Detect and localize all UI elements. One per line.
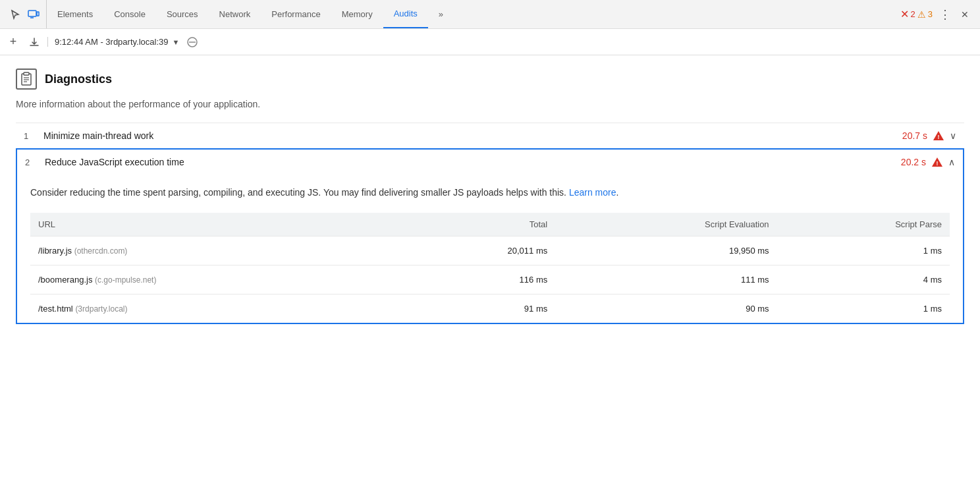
audit-label-2: Reduce JavaScript execution time xyxy=(45,157,901,167)
tab-elements[interactable]: Elements xyxy=(47,0,103,28)
tab-network[interactable]: Network xyxy=(209,0,261,28)
tab-memory[interactable]: Memory xyxy=(331,0,383,28)
audit-expanded-content-2: Consider reducing the time spent parsing… xyxy=(16,175,964,324)
block-button[interactable] xyxy=(184,34,200,50)
section-title: Diagnostics xyxy=(45,72,112,86)
chevron-up-icon-2: ∧ xyxy=(948,157,955,167)
col-script-parse: Script Parse xyxy=(777,213,950,237)
session-selector[interactable]: 9:12:44 AM - 3rdparty.local:39 ▼ xyxy=(47,37,179,47)
audit-label-1: Minimize main-thread work xyxy=(43,130,902,141)
error-count: 2 xyxy=(911,9,915,19)
total-cell-1: 116 ms xyxy=(401,265,555,294)
tab-audits[interactable]: Audits xyxy=(383,0,428,28)
warning-icon: ⚠ xyxy=(917,9,926,20)
table-row: /test.html (3rdparty.local) 91 ms 90 ms … xyxy=(30,294,950,323)
toolbar-right: ✕ 2 ⚠ 3 ⋮ ✕ xyxy=(895,7,977,22)
session-chevron-icon[interactable]: ▼ xyxy=(172,38,179,46)
col-total: Total xyxy=(401,213,555,237)
session-toolbar: + 9:12:44 AM - 3rdparty.local:39 ▼ xyxy=(0,29,980,55)
devtools-toolbar: Elements Console Sources Network Perform… xyxy=(0,0,980,29)
audit-score-1: 20.7 s xyxy=(902,130,927,141)
url-cell-2: /test.html (3rdparty.local) xyxy=(30,294,401,323)
url-cell-0: /library.js (othercdn.com) xyxy=(30,237,401,265)
total-cell-2: 91 ms xyxy=(401,294,555,323)
script-parse-cell-1: 4 ms xyxy=(777,265,950,294)
error-badge[interactable]: ✕ 2 ⚠ 3 xyxy=(900,8,933,20)
main-content: Diagnostics More information about the p… xyxy=(0,55,980,337)
toolbar-icon-group xyxy=(3,0,47,28)
svg-rect-0 xyxy=(28,11,36,16)
cursor-icon[interactable] xyxy=(8,7,22,22)
svg-text:!: ! xyxy=(937,160,939,167)
audit-number-2: 2 xyxy=(25,157,45,167)
script-eval-cell-1: 111 ms xyxy=(555,265,776,294)
nav-tabs: Elements Console Sources Network Perform… xyxy=(47,0,895,28)
tab-more[interactable]: » xyxy=(428,0,454,28)
table-row: /library.js (othercdn.com) 20,011 ms 19,… xyxy=(30,237,950,265)
col-url: URL xyxy=(30,213,401,237)
close-button[interactable]: ✕ xyxy=(958,7,972,22)
audit-description-2: Consider reducing the time spent parsing… xyxy=(30,185,950,200)
session-time: 9:12:44 AM - 3rdparty.local:39 xyxy=(55,37,168,47)
chevron-down-icon-1: ∨ xyxy=(950,130,956,141)
error-icon: ✕ xyxy=(900,8,909,20)
audit-table: URL Total Script Evaluation Script Parse… xyxy=(30,213,950,323)
more-options-button[interactable]: ⋮ xyxy=(938,7,952,22)
section-subtitle: More information about the performance o… xyxy=(16,99,964,109)
svg-text:!: ! xyxy=(938,134,940,140)
total-cell-0: 20,011 ms xyxy=(401,237,555,265)
audit-score-2: 20.2 s xyxy=(901,157,926,167)
audit-item-1[interactable]: 1 Minimize main-thread work 20.7 s ! ∨ xyxy=(16,123,964,148)
audit-number-1: 1 xyxy=(24,131,43,141)
add-recording-button[interactable]: + xyxy=(5,34,21,50)
url-cell-1: /boomerang.js (c.go-mpulse.net) xyxy=(30,265,401,294)
svg-rect-1 xyxy=(37,12,39,16)
audit-item-2[interactable]: 2 Reduce JavaScript execution time 20.2 … xyxy=(16,148,964,175)
script-parse-cell-2: 1 ms xyxy=(777,294,950,323)
warning-icon-1: ! xyxy=(933,130,944,142)
device-toolbar-icon[interactable] xyxy=(26,7,41,22)
script-eval-cell-0: 19,950 ms xyxy=(555,237,776,265)
learn-more-link[interactable]: Learn more xyxy=(569,187,616,198)
tab-console[interactable]: Console xyxy=(103,0,156,28)
tab-sources[interactable]: Sources xyxy=(156,0,209,28)
section-header: Diagnostics xyxy=(16,69,964,90)
col-script-eval: Script Evaluation xyxy=(555,213,776,237)
script-parse-cell-0: 1 ms xyxy=(777,237,950,265)
table-header-row: URL Total Script Evaluation Script Parse xyxy=(30,213,950,237)
download-button[interactable] xyxy=(26,34,42,50)
warning-icon-2: ! xyxy=(931,156,943,168)
table-row: /boomerang.js (c.go-mpulse.net) 116 ms 1… xyxy=(30,265,950,294)
warning-count: 3 xyxy=(928,9,933,19)
tab-performance[interactable]: Performance xyxy=(261,0,331,28)
svg-rect-6 xyxy=(24,72,29,75)
clipboard-icon xyxy=(16,69,37,90)
script-eval-cell-2: 90 ms xyxy=(555,294,776,323)
